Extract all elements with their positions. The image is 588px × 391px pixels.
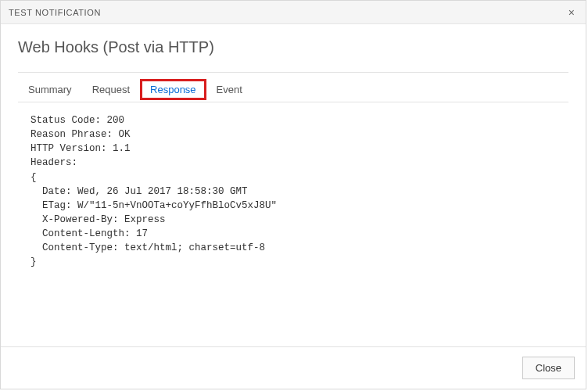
dialog-titlebar: TEST NOTIFICATION ×	[1, 1, 586, 24]
response-body-text: Status Code: 200 Reason Phrase: OK HTTP …	[30, 113, 564, 269]
tab-bar: Summary Request Response Event	[18, 77, 568, 102]
tab-response[interactable]: Response	[140, 79, 206, 100]
divider	[18, 72, 568, 73]
close-button[interactable]: Close	[522, 357, 575, 379]
dialog-footer: Close	[1, 346, 586, 389]
close-icon[interactable]: ×	[565, 4, 578, 21]
page-title: Web Hooks (Post via HTTP)	[18, 38, 568, 56]
tab-event[interactable]: Event	[206, 79, 253, 100]
tab-request[interactable]: Request	[82, 79, 140, 100]
test-notification-dialog: TEST NOTIFICATION × Web Hooks (Post via …	[0, 0, 586, 389]
response-panel: Status Code: 200 Reason Phrase: OK HTTP …	[18, 102, 568, 346]
dialog-title: TEST NOTIFICATION	[9, 8, 101, 17]
dialog-content: Web Hooks (Post via HTTP) Summary Reques…	[1, 24, 586, 346]
tab-summary[interactable]: Summary	[18, 79, 82, 100]
